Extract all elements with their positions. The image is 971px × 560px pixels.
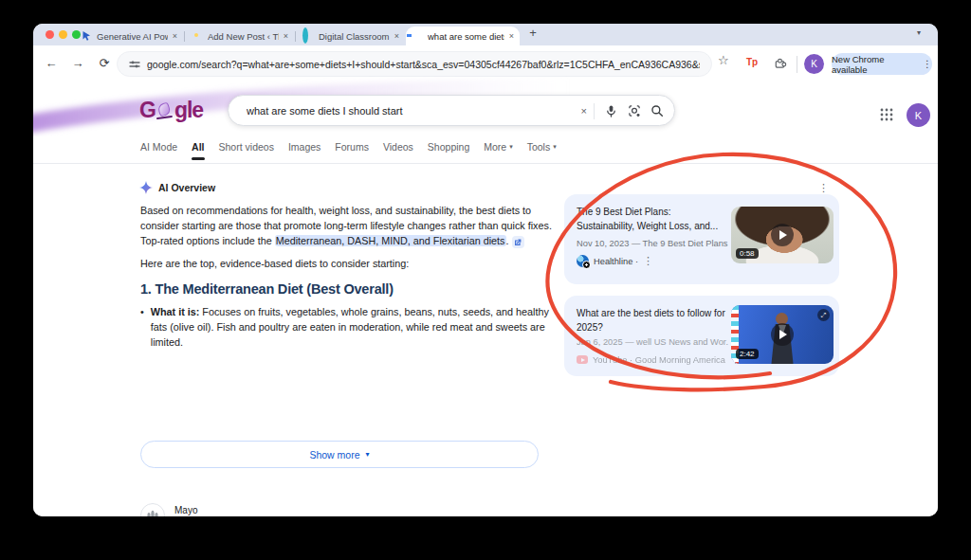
page-content: Ggle × <box>33 83 938 516</box>
tab-active-search[interactable]: what are some diets I should × <box>406 27 520 45</box>
close-window-button[interactable] <box>46 30 54 39</box>
ai-overview-intro: Here are the top, evidence-based diets t… <box>140 258 555 269</box>
nav-short-videos[interactable]: Short videos <box>219 141 274 160</box>
tab-close-icon[interactable]: × <box>394 31 399 41</box>
site-settings-icon[interactable] <box>129 59 140 70</box>
update-chrome-label: New Chrome available <box>832 54 919 75</box>
browser-window: Generative AI Power & Water × Add New Po… <box>33 24 938 516</box>
chevron-down-icon: ▾ <box>366 450 370 459</box>
video-title: What are the best diets to follow for 20… <box>577 307 728 334</box>
tab-generative-ai[interactable]: Generative AI Power & Water × <box>75 27 183 45</box>
tab-separator <box>295 31 296 42</box>
desktop: { "icons": { "close": "×", "plus": "+", … <box>0 0 971 560</box>
skate-doodle-icon <box>156 101 174 120</box>
more-options-icon[interactable]: ⋮ <box>923 59 932 69</box>
tab-digital-classroom[interactable]: Digital Classroom | Focused E × <box>297 27 405 45</box>
search-box[interactable]: × <box>228 95 675 126</box>
google-doodle-logo[interactable]: Ggle <box>139 98 203 123</box>
logo-letter: G <box>139 98 156 123</box>
ai-overview-label: AI Overview <box>158 182 215 193</box>
nav-shopping[interactable]: Shopping <box>428 141 469 160</box>
bookmark-star-icon[interactable]: ☆ <box>718 53 729 67</box>
back-button[interactable]: ← <box>43 56 60 70</box>
video-duration: 0:58 <box>736 248 759 259</box>
result-source-name: Mayo Clinic <box>174 505 197 516</box>
header-divider <box>33 163 938 164</box>
profile-avatar[interactable]: K <box>804 54 824 74</box>
video-card-healthline[interactable]: The 9 Best Diet Plans: Sustainability, W… <box>564 194 839 284</box>
show-more-button[interactable]: Show more ▾ <box>140 441 539 468</box>
video-date: Jan 6, 2025 — well US News and Wor... <box>577 337 728 347</box>
tab-strip: Generative AI Power & Water × Add New Po… <box>33 24 938 45</box>
chevron-down-icon: ▾ <box>553 143 557 151</box>
nav-forums[interactable]: Forums <box>335 141 369 160</box>
youtube-favicon-icon <box>577 355 588 364</box>
google-favicon-icon <box>412 30 423 42</box>
forward-button[interactable]: → <box>69 56 86 70</box>
google-apps-grid-icon[interactable] <box>880 108 893 121</box>
tab-close-icon[interactable]: × <box>284 31 288 41</box>
extensions-puzzle-icon[interactable] <box>773 56 787 70</box>
new-tab-button[interactable]: + <box>525 26 540 40</box>
browser-toolbar: ← → ⟳ google.com/search?q=what+are+some+… <box>33 45 938 83</box>
update-chrome-button[interactable]: New Chrome available ⋮ <box>832 53 932 75</box>
search-input[interactable] <box>247 105 559 117</box>
highlighted-citation[interactable]: Mediterranean, DASH, MIND, and Flexitari… <box>275 235 506 246</box>
extension-tp-icon[interactable]: Tp <box>746 57 758 67</box>
search-submit-icon[interactable] <box>650 104 664 117</box>
nav-tools[interactable]: Tools▾ <box>527 141 557 160</box>
expand-icon[interactable]: ⤢ <box>817 309 830 321</box>
minimize-window-button[interactable] <box>59 30 67 39</box>
microphone-icon[interactable] <box>605 104 617 118</box>
video-source: Healthline · <box>594 257 638 266</box>
bullet-label: What it is: <box>151 306 200 317</box>
nav-images[interactable]: Images <box>288 141 321 160</box>
tab-search-chevron-icon[interactable]: ▾ <box>917 28 921 37</box>
ai-overview-heading: 1. The Mediterranean Diet (Best Overall) <box>140 281 555 297</box>
ring-favicon-icon <box>302 30 314 42</box>
logo-letters: gle <box>174 98 203 123</box>
tab-add-new-post[interactable]: Add New Post ‹ The Adventur × <box>186 27 294 45</box>
search-nav: AI Mode All Short videos Images Forums V… <box>140 141 557 160</box>
tab-close-icon[interactable]: × <box>173 31 177 41</box>
searchbox-separator <box>594 103 595 119</box>
bullet-text: Focuses on fruits, vegetables, whole gra… <box>151 306 549 348</box>
url-text: google.com/search?q=what+are+some+diets+… <box>147 59 700 70</box>
tab-close-icon[interactable]: × <box>509 31 514 41</box>
pointer-favicon-icon <box>81 30 92 42</box>
ai-overview-header: AI Overview <box>139 181 215 194</box>
google-lens-icon[interactable] <box>628 104 641 117</box>
tab-title: Generative AI Power & Water <box>97 31 168 42</box>
play-button-icon[interactable] <box>771 224 794 246</box>
video-source: YouTube · Good Morning America <box>593 355 725 365</box>
video-date: Nov 10, 2023 — The 9 Best Diet Plans... <box>577 239 728 248</box>
bullet-dot: • <box>140 305 144 350</box>
tab-title: Digital Classroom | Focused E <box>319 31 390 42</box>
reload-button[interactable]: ⟳ <box>96 56 113 70</box>
video-card-gma[interactable]: What are the best diets to follow for 20… <box>564 296 839 376</box>
video-source-row: Healthline · ⋮ <box>577 255 653 267</box>
clear-search-icon[interactable]: × <box>581 105 587 117</box>
tab-title: what are some diets I should <box>428 31 504 42</box>
nav-more[interactable]: More▾ <box>484 141 512 160</box>
video-source-row: YouTube · Good Morning America ⋮ <box>577 354 741 365</box>
show-more-label: Show more <box>309 449 359 461</box>
video-more-options-icon[interactable]: ⋮ <box>643 256 653 266</box>
citation-link-icon[interactable] <box>512 236 524 248</box>
nav-ai-mode[interactable]: AI Mode <box>140 141 177 160</box>
video-duration: 2:42 <box>736 349 759 359</box>
paragraph-text: . <box>506 235 509 246</box>
videos-more-options-icon[interactable]: ⋮ <box>818 183 829 193</box>
account-avatar[interactable]: K <box>907 103 930 127</box>
ai-overview-paragraph: Based on recommendations for health, wei… <box>140 204 555 248</box>
play-button-icon[interactable] <box>771 323 794 346</box>
address-bar[interactable]: google.com/search?q=what+are+some+diets+… <box>117 51 712 77</box>
ai-overview-body: Based on recommendations for health, wei… <box>140 204 555 351</box>
ai-overview-bullet: • What it is: Focuses on fruits, vegetab… <box>140 305 555 350</box>
healthline-favicon-icon <box>577 255 589 267</box>
nav-videos[interactable]: Videos <box>383 141 413 160</box>
tab-title: Add New Post ‹ The Adventur <box>208 31 279 42</box>
nav-all[interactable]: All <box>192 141 204 160</box>
video-thumbnail[interactable]: ⤢ 2:42 <box>731 305 834 364</box>
video-thumbnail[interactable]: 0:58 <box>731 207 834 263</box>
